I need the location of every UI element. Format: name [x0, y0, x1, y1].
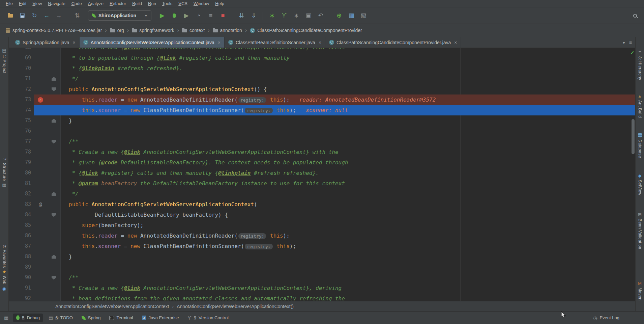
line-number[interactable]: 68 [9, 48, 34, 53]
line-number[interactable]: 70 [9, 63, 34, 74]
fold-area[interactable] [47, 178, 61, 189]
tool-window-button-sciview[interactable]: ◆SciView [638, 173, 642, 195]
editor-tab[interactable]: CAnnotationConfigServletWebServerApplica… [80, 37, 225, 48]
menu-tools[interactable]: Tools [159, 0, 175, 7]
code-text[interactable]: * bean definitions from the given annota… [61, 293, 345, 301]
line-number[interactable]: 78 [9, 147, 34, 157]
code-text[interactable]: super(beanFactory); [61, 220, 144, 231]
gutter-icon-area[interactable] [34, 126, 47, 136]
gutter-icon-area[interactable] [34, 74, 47, 84]
line-number[interactable]: 84 [9, 210, 34, 220]
fold-area[interactable] [47, 74, 61, 84]
tool-window-button-7-structure[interactable]: 7: Structure▦ [2, 158, 7, 187]
tool-window-button-terminal[interactable]: Terminal [106, 314, 136, 322]
gutter-icon-area[interactable]: ✓ [34, 94, 47, 105]
breakpoint-icon[interactable]: ✓ [38, 97, 43, 103]
fold-area[interactable] [47, 53, 61, 63]
fold-marker-icon[interactable] [52, 119, 56, 123]
code-cleanup-button[interactable]: ⊕ [333, 10, 345, 21]
code-text[interactable]: * @param beanFactory the DefaultListable… [61, 178, 345, 189]
menu-window[interactable]: Window [191, 0, 212, 7]
gutter-icon-area[interactable] [34, 147, 47, 157]
inspect-code-button[interactable]: ∗ [290, 10, 302, 21]
open-folder-button[interactable] [4, 10, 16, 21]
run-with-coverage-button[interactable]: ▶ [180, 10, 193, 21]
line-number[interactable]: 90 [9, 272, 34, 283]
code-text[interactable]: this.scanner = new ClassPathBeanDefiniti… [61, 105, 348, 115]
tool-window-button-ant-build[interactable]: ▲Ant Build [638, 94, 642, 118]
close-tab-icon[interactable]: × [319, 40, 321, 45]
fold-area[interactable] [47, 272, 61, 283]
project-structure-button[interactable]: ▧ [357, 10, 370, 21]
line-number[interactable]: 73 [9, 94, 34, 105]
code-text[interactable]: * {@linkplain #refresh refreshed}. [61, 63, 182, 74]
code-text[interactable]: /** [61, 272, 79, 283]
run-button[interactable]: ▶ [156, 10, 168, 21]
code-text[interactable] [61, 126, 69, 136]
menu-edit[interactable]: Edit [16, 0, 29, 7]
code-text[interactable]: /** [61, 136, 79, 147]
update-project-button[interactable]: ⇅ [71, 10, 83, 21]
fold-area[interactable] [47, 126, 61, 136]
gutter-icon-area[interactable] [34, 105, 47, 115]
search-everywhere-button[interactable] [630, 14, 640, 18]
code-text[interactable]: public AnnotationConfigServletWebServerA… [61, 84, 267, 94]
editor[interactable]: 68 * Create a new {@link AnnotationConfi… [9, 48, 635, 301]
fold-area[interactable] [47, 189, 61, 199]
gutter-icon-area[interactable] [34, 283, 47, 293]
menu-refactor[interactable]: Refactor [107, 0, 129, 7]
line-number[interactable]: 74 [9, 105, 34, 115]
fold-marker-icon[interactable] [52, 77, 56, 81]
run-anything-button[interactable]: ∗ [266, 10, 278, 21]
run-configuration-select[interactable]: ShiroApplication▼ [88, 10, 151, 21]
fold-marker-icon[interactable] [52, 140, 56, 144]
tool-window-button-event-log[interactable]: ◷Event Log [590, 314, 622, 322]
line-number[interactable]: 86 [9, 231, 34, 241]
breadcrumb-item[interactable]: AnnotationConfigServletWebServerApplicat… [177, 304, 294, 309]
data-grid-button[interactable]: ▦ [345, 10, 357, 21]
rollback-button[interactable]: ↶ [315, 10, 327, 21]
fold-marker-icon[interactable] [52, 276, 56, 280]
commit-button[interactable]: ▣ [302, 10, 315, 21]
tool-window-button-database[interactable]: Database [638, 133, 642, 158]
gutter-icon-area[interactable] [34, 210, 47, 220]
breadcrumb-item[interactable]: springframework [131, 28, 175, 33]
fold-area[interactable] [47, 168, 61, 178]
line-number[interactable]: 92 [9, 293, 34, 301]
editor-tab[interactable]: CClassPathScanningCandidateComponentProv… [325, 37, 461, 48]
menu-view[interactable]: View [29, 0, 45, 7]
close-tab-icon[interactable]: × [454, 40, 457, 45]
gutter-icon-area[interactable] [34, 189, 47, 199]
fold-area[interactable] [47, 199, 61, 210]
fold-area[interactable] [47, 147, 61, 157]
fold-marker-icon[interactable] [52, 192, 56, 196]
fold-area[interactable] [47, 105, 61, 115]
breadcrumb-item[interactable]: org [109, 28, 125, 33]
tool-window-button-9-version-control[interactable]: ϒ9: Version Control [185, 314, 232, 322]
breadcrumb-item[interactable]: annotation [212, 28, 243, 33]
tool-window-button-6-todo[interactable]: ▤6: TODO [46, 314, 76, 322]
line-number[interactable]: 88 [9, 251, 34, 262]
debug-button[interactable] [168, 10, 180, 21]
code-text[interactable]: * Create a new {@link AnnotationConfigSe… [61, 48, 345, 53]
breadcrumb-item[interactable]: AnnotationConfigServletWebServerApplicat… [55, 304, 169, 309]
breadcrumb-item[interactable]: CClassPathScanningCandidateComponentProv… [249, 28, 363, 33]
gutter-icon-area[interactable] [34, 157, 47, 168]
breadcrumb-item[interactable]: context [181, 28, 206, 33]
gutter-icon-area[interactable] [34, 241, 47, 251]
code-text[interactable]: */ [61, 189, 79, 199]
tool-window-button-8-hierarchy[interactable]: ≡8: Hierarchy [638, 50, 642, 80]
fold-area[interactable] [47, 48, 61, 53]
gutter-icon-area[interactable] [34, 262, 47, 272]
code-text[interactable]: * given {@code DefaultListableBeanFactor… [61, 157, 348, 168]
line-number[interactable]: 87 [9, 241, 34, 251]
code-text[interactable]: * Create a new {@link AnnotationConfigSe… [61, 283, 342, 293]
code-text[interactable]: } [61, 115, 72, 126]
gutter-icon-area[interactable] [34, 251, 47, 262]
save-all-button[interactable] [16, 10, 28, 21]
gutter-icon-area[interactable] [34, 136, 47, 147]
line-number[interactable]: 91 [9, 283, 34, 293]
line-number[interactable]: 72 [9, 84, 34, 94]
menu-build[interactable]: Build [129, 0, 145, 7]
fold-area[interactable] [47, 136, 61, 147]
